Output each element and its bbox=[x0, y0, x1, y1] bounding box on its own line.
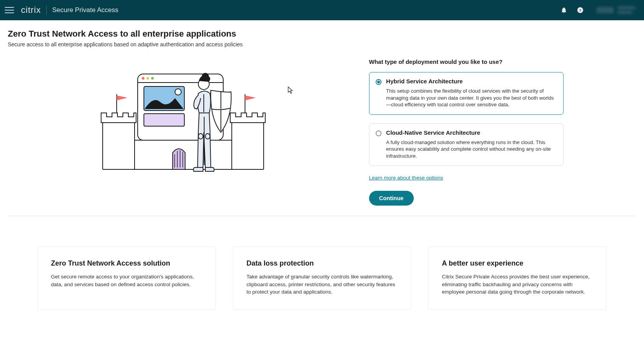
feature-card-ux: A better user experience Citrix Secure P… bbox=[428, 246, 607, 310]
feature-body: Citrix Secure Private Access provides th… bbox=[442, 273, 593, 296]
feature-title: A better user experience bbox=[442, 259, 593, 268]
radio-icon bbox=[376, 130, 382, 136]
brand-divider bbox=[46, 5, 47, 15]
svg-marker-5 bbox=[245, 95, 256, 100]
feature-card-dlp: Data loss protection Take advantage of g… bbox=[233, 246, 411, 310]
svg-point-15 bbox=[142, 77, 145, 80]
svg-point-17 bbox=[151, 77, 154, 80]
deployment-question: What type of deployment would you like t… bbox=[369, 58, 564, 65]
continue-button[interactable]: Continue bbox=[369, 191, 414, 206]
svg-point-22 bbox=[202, 73, 208, 79]
page-title: Zero Trust Network Access to all enterpr… bbox=[8, 29, 636, 39]
svg-text:?: ? bbox=[579, 8, 581, 12]
learn-more-link[interactable]: Learn more about these options bbox=[369, 175, 443, 181]
page-subtitle: Secure access to all enterprise applicat… bbox=[8, 41, 636, 48]
option-description: A fully cloud-managed solution where eve… bbox=[386, 139, 557, 160]
option-cloud-native[interactable]: Cloud-Native Service Architecture A full… bbox=[369, 123, 564, 166]
svg-rect-6 bbox=[103, 123, 135, 169]
brand-logo: citrix bbox=[21, 5, 41, 15]
option-title: Cloud-Native Service Architecture bbox=[386, 129, 557, 136]
feature-body: Get secure remote access to your organiz… bbox=[51, 273, 202, 288]
feature-body: Take advantage of granular security cont… bbox=[247, 273, 398, 296]
menu-hamburger-icon[interactable] bbox=[5, 5, 14, 15]
hero-illustration bbox=[8, 58, 354, 179]
svg-point-19 bbox=[175, 89, 181, 95]
svg-point-25 bbox=[198, 134, 203, 139]
svg-rect-7 bbox=[232, 123, 264, 169]
feature-title: Zero Trust Network Access solution bbox=[51, 259, 202, 268]
svg-rect-20 bbox=[144, 114, 184, 126]
product-name: Secure Private Access bbox=[52, 6, 118, 14]
bell-icon[interactable] bbox=[560, 6, 568, 14]
app-header: citrix Secure Private Access ? bbox=[0, 0, 644, 20]
user-account-area[interactable] bbox=[593, 6, 639, 14]
svg-point-26 bbox=[205, 134, 210, 139]
help-icon[interactable]: ? bbox=[576, 6, 584, 14]
option-description: This setup combines the flexibility of c… bbox=[386, 88, 557, 108]
feature-title: Data loss protection bbox=[247, 259, 398, 268]
svg-marker-3 bbox=[117, 95, 128, 100]
option-hybrid[interactable]: Hybrid Service Architecture This setup c… bbox=[369, 72, 564, 115]
radio-icon bbox=[376, 79, 382, 85]
option-title: Hybrid Service Architecture bbox=[386, 78, 557, 84]
feature-card-ztna: Zero Trust Network Access solution Get s… bbox=[37, 246, 216, 310]
svg-point-16 bbox=[147, 77, 149, 80]
